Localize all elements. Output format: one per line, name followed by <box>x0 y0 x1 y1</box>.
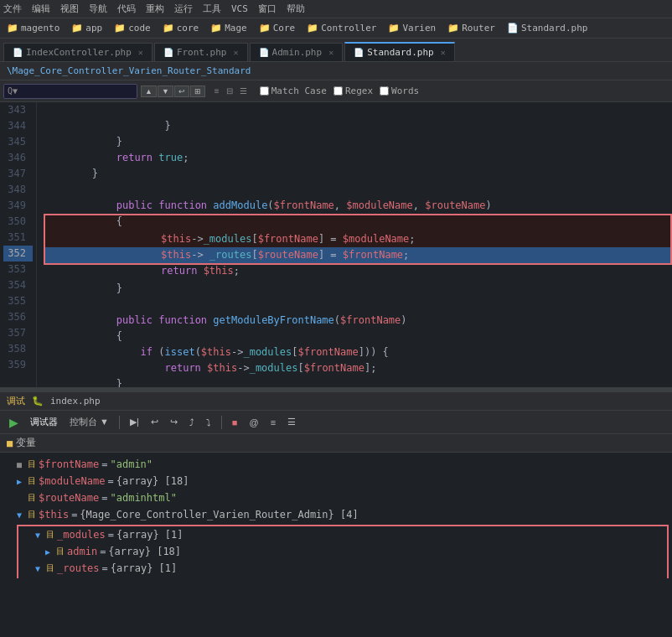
search-bar: Q▼ ▲ ▼ ↩ ⊞ ≡ ⊟ ☰ Match Case Regex Words <box>0 80 672 102</box>
tab-file-icon: 📄 <box>163 48 173 57</box>
close-icon[interactable]: ✕ <box>138 48 143 57</box>
eval-btn[interactable]: ⤵ <box>202 416 215 429</box>
bookmark-Core[interactable]: 📁 Core <box>256 21 299 35</box>
step-out-btn[interactable]: ↪ <box>166 415 182 429</box>
folder-icon: 📁 <box>163 23 174 34</box>
search-extra2-btn[interactable]: ⊞ <box>190 85 205 97</box>
code-content: 343 344 345 346 347 348 349 350 351 352 … <box>0 102 672 387</box>
search-input[interactable] <box>20 86 121 96</box>
tab-file-icon: 📄 <box>259 48 269 57</box>
vars-panel[interactable]: ■ 目 $frontName = "admin" ▶ 目 $moduleName… <box>0 453 672 578</box>
search-checkboxes: Match Case Regex Words <box>260 85 419 96</box>
folder-icon: 📁 <box>388 23 400 34</box>
bookmark-standard-php[interactable]: 📄 Standard.php <box>504 21 591 35</box>
menu-bar: 文件 编辑 视图 导航 代码 重构 运行 工具 VCS 窗口 帮助 <box>0 0 672 18</box>
search-icon1-btn[interactable]: ≡ <box>212 85 222 96</box>
search-prev-btn[interactable]: ▲ <box>141 85 157 97</box>
search-icon3-btn[interactable]: ☰ <box>237 85 250 96</box>
folder-icon: 📁 <box>71 23 83 34</box>
search-dropdown-icon: Q▼ <box>8 86 18 96</box>
menu-item-run[interactable]: 运行 <box>174 3 193 15</box>
tab-front[interactable]: 📄 Front.php ✕ <box>154 43 248 61</box>
bookmark-code[interactable]: 📁 code <box>111 21 154 35</box>
folder-icon: 📁 <box>210 23 222 34</box>
code-line-355: public function getModuleByFrontName($fr… <box>44 297 672 313</box>
run-btn[interactable]: ▶ <box>5 414 23 431</box>
step-into-btn[interactable]: ↩ <box>147 415 163 429</box>
words-label[interactable]: Words <box>380 85 419 96</box>
toolbar-separator2 <box>221 416 222 429</box>
menu-item-file[interactable]: 文件 <box>3 3 22 15</box>
toolbar-separator <box>119 416 120 429</box>
search-icon2-btn[interactable]: ⊟ <box>224 85 235 96</box>
toggle-icon[interactable]: ▼ <box>35 564 44 573</box>
list-btn[interactable]: ≡ <box>266 416 280 429</box>
menu-item-help[interactable]: 帮助 <box>287 3 305 15</box>
regex-label[interactable]: Regex <box>333 85 373 96</box>
settings-btn[interactable]: ☰ <box>283 415 300 429</box>
search-input-wrap[interactable]: Q▼ <box>3 84 137 99</box>
toggle-icon[interactable]: ▶ <box>17 477 25 486</box>
menu-item-code[interactable]: 代码 <box>117 3 136 15</box>
tab-indexcontroller[interactable]: 📄 IndexController.php ✕ <box>3 43 152 61</box>
debug-toolbar: ▶ 调试器 控制台 ▼ ▶| ↩ ↪ ⤴ ⤵ ■ @ ≡ ☰ <box>0 411 672 434</box>
var-type-icon: 目 <box>28 492 36 504</box>
bookmark-app[interactable]: 📁 app <box>68 21 106 35</box>
var-row-modules[interactable]: ▼ 目 _modules = {array} [1] <box>18 526 667 543</box>
close-icon[interactable]: ✕ <box>233 48 238 57</box>
var-row-routes[interactable]: ▼ 目 _routes = {array} [1] <box>18 560 667 577</box>
match-case-label[interactable]: Match Case <box>260 85 327 96</box>
watch-btn[interactable]: @ <box>245 416 262 429</box>
var-row-routeName[interactable]: 目 $routeName = "adminhtml" <box>0 489 672 506</box>
bookmark-Controller[interactable]: 📁 Controller <box>303 21 380 35</box>
var-row-adminhtml[interactable]: ■ 目 adminhtml = "admin" <box>18 577 667 578</box>
debug-mode-btn[interactable]: 调试器 <box>26 414 62 430</box>
var-type-icon: 目 <box>46 562 54 574</box>
bookmark-core[interactable]: 📁 core <box>159 21 203 35</box>
menu-item-tools[interactable]: 工具 <box>203 3 221 15</box>
var-row-moduleName[interactable]: ▶ 目 $moduleName = {array} [18] <box>0 473 672 489</box>
var-row-admin[interactable]: ▶ 目 admin = {array} [18] <box>18 543 667 560</box>
file-icon: 📄 <box>507 23 519 34</box>
bookmark-Router[interactable]: 📁 Router <box>444 21 499 35</box>
tab-standard[interactable]: 📄 Standard.php ✕ <box>344 42 455 61</box>
bookmark-mage[interactable]: 📁 Mage <box>207 21 251 35</box>
vars-label: 变量 <box>16 436 36 450</box>
stop-btn[interactable]: ■ <box>228 416 242 429</box>
menu-item-view[interactable]: 视图 <box>60 3 79 15</box>
search-extra-btn[interactable]: ↩ <box>174 85 189 97</box>
close-icon[interactable]: ✕ <box>328 48 333 57</box>
debug-title: 调试 <box>7 395 25 407</box>
code-line-345: return true; <box>44 134 672 150</box>
close-icon[interactable]: ✕ <box>441 48 446 57</box>
var-row-this[interactable]: ▼ 目 $this = {Mage_Core_Controller_Varien… <box>0 506 672 523</box>
debug-highlight-box: ▼ 目 _modules = {array} [1] ▶ 目 admin = {… <box>17 525 669 578</box>
menu-item-edit[interactable]: 编辑 <box>32 3 50 15</box>
run-cursor-btn[interactable]: ⤴ <box>185 416 199 429</box>
var-type-icon: 目 <box>28 475 36 487</box>
toggle-icon[interactable]: ▼ <box>17 510 25 520</box>
toggle-icon[interactable]: ▼ <box>35 531 44 540</box>
menu-item-vcs[interactable]: VCS <box>231 3 248 14</box>
search-next-btn[interactable]: ▼ <box>158 85 173 97</box>
console-btn[interactable]: 控制台 ▼ <box>65 414 113 430</box>
step-over-btn[interactable]: ▶| <box>126 415 143 429</box>
menu-item-window[interactable]: 窗口 <box>258 3 277 15</box>
var-row-frontName[interactable]: ■ 目 $frontName = "admin" <box>0 456 672 473</box>
menu-item-nav[interactable]: 导航 <box>89 3 107 15</box>
debug-icon: 🐛 <box>32 396 44 407</box>
words-checkbox[interactable] <box>380 86 389 96</box>
match-case-checkbox[interactable] <box>260 86 269 96</box>
bookmark-Varien[interactable]: 📁 Varien <box>385 21 439 35</box>
tab-file-icon: 📄 <box>354 48 364 57</box>
code-lines: } } return true; } public function addMo… <box>37 102 672 387</box>
toggle-icon[interactable]: ▶ <box>45 547 54 557</box>
menu-item-refactor[interactable]: 重构 <box>146 3 164 15</box>
bookmark-magento[interactable]: 📁 magento <box>3 21 63 35</box>
tab-admin[interactable]: 📄 Admin.php ✕ <box>250 43 344 61</box>
line-numbers: 343 344 345 346 347 348 349 350 351 352 … <box>0 102 37 387</box>
regex-checkbox[interactable] <box>333 86 343 96</box>
bookmark-bar: 📁 magento 📁 app 📁 code 📁 core 📁 Mage 📁 C… <box>0 18 672 39</box>
var-type-icon: 目 <box>28 509 36 520</box>
code-editor[interactable]: 343 344 345 346 347 348 349 350 351 352 … <box>0 102 672 387</box>
